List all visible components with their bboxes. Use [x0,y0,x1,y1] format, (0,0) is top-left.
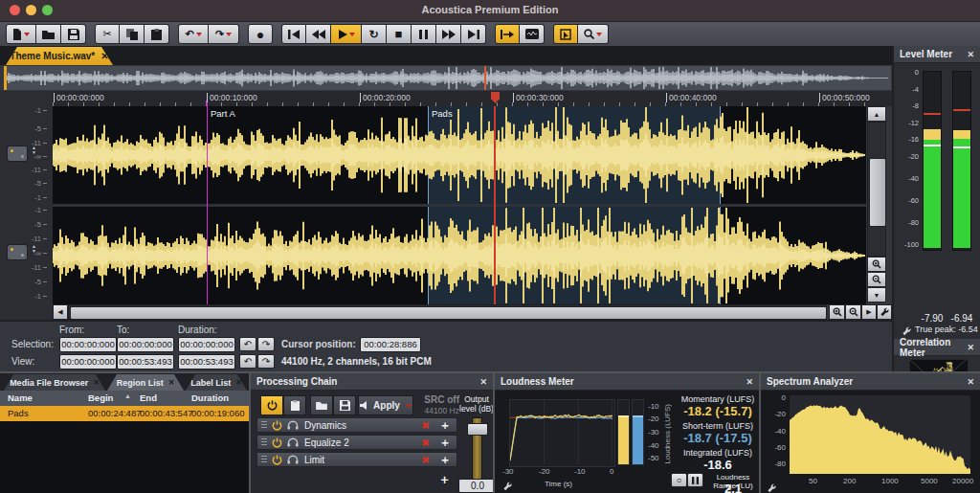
overview-waveform[interactable] [4,66,891,90]
view-duration-field[interactable]: 00:00:53:493 [178,354,235,370]
chain-apply-button[interactable]: Apply [358,395,413,415]
headphones-icon[interactable] [287,437,299,447]
selection-redo-button[interactable]: ↷ [257,337,275,351]
big-display-button[interactable] [520,24,545,44]
column-begin[interactable]: Begin [88,392,113,403]
spectrum-settings-button[interactable] [767,481,777,493]
loudness-meter-close-icon[interactable]: ✕ [746,377,753,387]
level-meter-close-icon[interactable]: ✕ [967,50,974,59]
effect-row-limit[interactable]: Limit ✖ ＋ [256,452,457,467]
effect-power-icon[interactable] [272,420,282,431]
copy-button[interactable] [120,24,145,44]
edit-tool-button[interactable] [553,24,578,44]
drag-handle-icon[interactable] [261,421,267,430]
effect-add-icon[interactable]: ＋ [439,435,451,451]
save-file-button[interactable] [61,24,86,44]
channel-1-select-button[interactable] [7,146,28,162]
output-level-value[interactable]: 0.0 [458,479,497,493]
vertical-zoom-in-button[interactable] [867,257,886,272]
add-effect-button[interactable]: ＋ [438,471,451,488]
vertical-zoom-out-button[interactable] [867,272,886,287]
effect-row-dynamics[interactable]: Dynamics ✖ ＋ [256,417,457,433]
region-table-body[interactable] [0,421,249,493]
go-to-end-button[interactable] [461,24,486,44]
scroll-left-button[interactable]: ◀ [53,304,68,320]
horizontal-zoom-in-button[interactable] [829,304,845,320]
waveform-editor[interactable]: Part A Pads [53,106,866,304]
scrub-follow-button[interactable] [495,24,520,44]
chain-power-button[interactable] [260,395,283,415]
output-fader-handle[interactable] [467,423,488,436]
view-undo-button[interactable]: ↶ [239,354,256,369]
selection-from-field[interactable]: 00:00:00:000 [59,337,117,352]
level-meter-settings-button[interactable] [902,324,912,341]
pause-button[interactable] [412,24,436,44]
column-duration[interactable]: Duration [191,392,229,403]
drag-handle-icon[interactable] [261,456,267,464]
fast-forward-button[interactable] [436,24,461,44]
effect-power-icon[interactable] [272,455,282,465]
effect-delete-icon[interactable]: ✖ [422,420,430,431]
waveform-channel-2[interactable] [53,207,866,304]
scroll-right-button[interactable]: ▶ [861,304,877,320]
open-file-button[interactable] [36,24,61,44]
go-to-start-button[interactable] [281,24,306,44]
tab-close-icon[interactable]: ✕ [168,378,175,387]
new-file-button[interactable] [6,24,36,44]
tab-media-file-browser[interactable]: Media File Browser✕ [4,374,105,391]
scroll-up-button[interactable]: ▲ [867,106,886,122]
cut-button[interactable]: ✂ [95,24,120,44]
effect-delete-icon[interactable]: ✖ [422,455,430,465]
redo-button[interactable]: ↷ [209,24,239,44]
rewind-button[interactable] [306,24,331,44]
record-button[interactable]: ● [248,24,273,44]
view-to-field[interactable]: 00:00:53:493 [117,354,174,370]
spectrum-analyzer-close-icon[interactable]: ✕ [967,377,974,387]
play-button[interactable] [331,24,362,44]
region-row-pads[interactable]: Pads 00:00:24:487 00:00:43:547 00:00:19:… [0,406,249,421]
view-from-field[interactable]: 00:00:00:000 [59,354,117,370]
loudness-reset-button[interactable]: ○ [671,473,687,487]
effect-power-icon[interactable] [272,437,282,448]
tab-close-icon[interactable]: ✕ [93,378,100,387]
undo-button[interactable]: ↶ [178,24,209,44]
chain-save-button[interactable] [333,395,356,415]
column-name[interactable]: Name [8,392,33,403]
horizontal-zoom-out-button[interactable] [845,304,861,320]
chain-open-button[interactable] [310,395,333,415]
selection-undo-button[interactable]: ↶ [239,337,256,351]
loudness-settings-button[interactable] [502,479,513,493]
region-table-header[interactable]: Name Begin ▲ End Duration [0,391,249,406]
effect-row-equalize-2[interactable]: Equalize 2 ✖ ＋ [256,435,457,450]
drag-handle-icon[interactable] [261,438,267,447]
timeline-ruler[interactable]: 00:00:00:00000:00:10:00000:00:20:00000:0… [0,91,892,106]
tab-label-list[interactable]: Label List✕ [186,374,247,391]
tab-region-list[interactable]: Region List✕ [107,374,184,391]
stop-button[interactable]: ■ [387,24,412,44]
cursor-position-field[interactable]: 00:00:28:886 [360,337,421,352]
selection-to-field[interactable]: 00:00:00:000 [117,337,174,352]
loudness-pause-button[interactable] [687,473,703,487]
headphones-icon[interactable] [287,420,299,430]
document-tab[interactable]: Theme Music.wav* ✕ [6,47,113,65]
tab-close-icon[interactable]: ✕ [235,378,242,387]
column-end[interactable]: End [140,392,157,403]
effect-add-icon[interactable]: ＋ [439,417,451,434]
paste-button[interactable] [145,24,169,44]
marker-line-part-a[interactable] [207,106,208,304]
effect-delete-icon[interactable]: ✖ [422,437,430,448]
headphones-icon[interactable] [287,455,299,464]
overview-strip[interactable] [0,65,892,91]
waveform-channel-1[interactable] [53,106,866,204]
loop-playback-button[interactable]: ↻ [362,24,387,44]
horizontal-scrollbar-thumb[interactable] [70,306,827,320]
selection-duration-field[interactable]: 00:00:00:000 [178,337,235,352]
effect-add-icon[interactable]: ＋ [439,452,451,468]
zoom-tool-button[interactable] [578,24,609,44]
correlation-meter-close-icon[interactable]: ✕ [967,343,974,352]
vertical-scrollbar-thumb[interactable] [869,158,886,227]
document-tab-close-icon[interactable]: ✕ [100,51,108,61]
editor-settings-button[interactable] [877,304,892,320]
channel-2-select-button[interactable] [7,244,28,260]
scroll-down-button[interactable]: ▼ [867,287,886,303]
